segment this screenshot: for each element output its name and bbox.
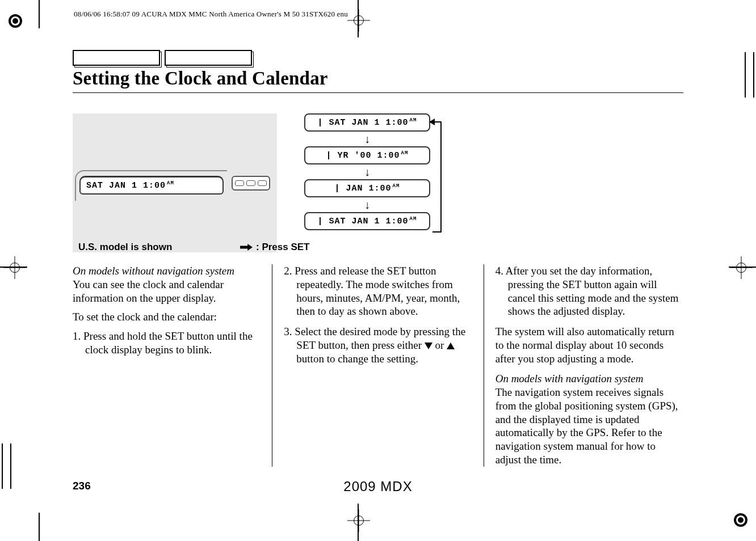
triangle-up-icon: [447, 343, 455, 349]
crosshair-icon: [3, 256, 26, 279]
lcd-step: | SAT JAN 1 1:00AM: [304, 113, 430, 132]
arrow-down-icon: ↓: [304, 133, 430, 145]
lcd-step: | YR '00 1:00AM: [304, 146, 430, 164]
lcd-sequence: | SAT JAN 1 1:00AM ↓ | YR '00 1:00AM ↓ |…: [304, 113, 430, 230]
arrow-right-icon: [240, 244, 253, 251]
header-metadata: 08/06/06 16:58:07 09 ACURA MDX MMC North…: [74, 10, 348, 19]
body-text: You can see the clock and calendar infor…: [73, 278, 261, 305]
tab-placeholder: [165, 50, 252, 66]
body-text: The navigation system receives signals f…: [495, 386, 683, 467]
loop-bracket: [432, 121, 442, 233]
crop-mark: [39, 513, 40, 541]
main-lcd: SAT JAN 1 1:00AM: [79, 176, 224, 195]
crop-mark: [745, 52, 746, 98]
lcd-step: | JAN 1:00AM: [304, 179, 430, 197]
crop-mark: [10, 443, 11, 489]
arrow-down-icon: ↓: [304, 199, 430, 210]
button-cluster-icon: [232, 176, 270, 191]
press-set-label: : Press SET: [256, 242, 310, 253]
lcd-step: | SAT JAN 1 1:00AM: [304, 212, 430, 230]
crosshair-icon: [347, 9, 370, 32]
note-with-nav: On models with navigation system: [495, 372, 683, 386]
registration-mark-icon: [8, 14, 23, 28]
step-4: 4. After you set the day information, pr…: [495, 264, 683, 318]
page-title: Setting the Clock and Calendar: [73, 68, 683, 89]
body-text: To set the clock and the calendar:: [73, 310, 261, 324]
svg-point-5: [738, 517, 744, 523]
footer-model: 2009 MDX: [343, 479, 412, 494]
clock-illustration: SAT JAN 1 1:00AM U.S. model is shown : P…: [73, 113, 447, 255]
arrow-left-icon: [429, 119, 435, 125]
crosshair-icon: [347, 509, 370, 532]
crop-mark: [753, 52, 754, 98]
press-set-legend: : Press SET: [240, 242, 310, 253]
step-2: 2. Press and release the SET button repe…: [284, 264, 472, 318]
header-tabs: [73, 50, 683, 66]
tab-placeholder: [73, 50, 160, 66]
registration-mark-icon: [733, 513, 748, 527]
arrow-down-icon: ↓: [304, 166, 430, 177]
page-number: 236: [73, 480, 91, 492]
note-without-nav: On models without navigation system: [73, 264, 261, 278]
title-rule: [73, 92, 683, 93]
step-1: 1. Press and hold the SET button until t…: [73, 329, 261, 357]
body-text: The system will also automatically retur…: [495, 325, 683, 365]
svg-point-2: [12, 18, 18, 24]
triangle-down-icon: [425, 343, 432, 349]
crop-mark: [2, 443, 3, 489]
crop-mark: [39, 0, 40, 28]
lcd-text: SAT JAN 1 1:00AM: [86, 180, 174, 191]
crosshair-icon: [730, 256, 753, 279]
step-3: 3. Select the desired mode by pressing t…: [284, 325, 472, 365]
us-model-note: U.S. model is shown: [78, 242, 172, 253]
